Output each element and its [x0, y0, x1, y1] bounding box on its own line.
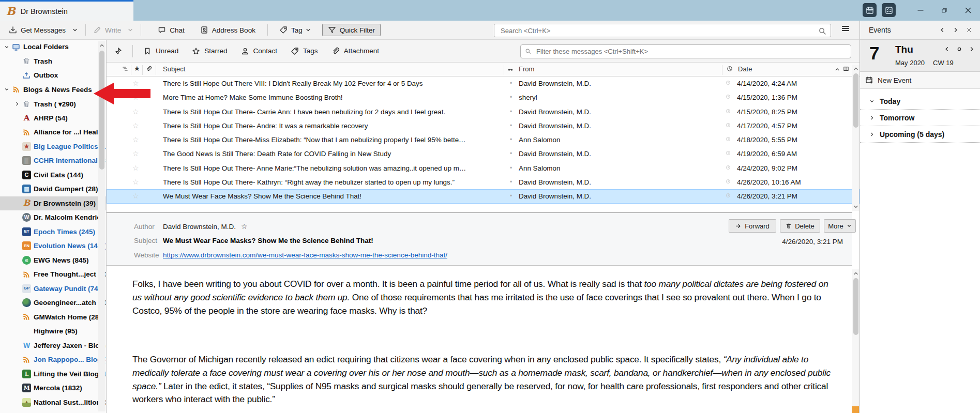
folder-item[interactable]: eEWG News (845) — [0, 253, 106, 268]
message-row[interactable]: ☆There is Still Hope Out There VIII: I D… — [107, 77, 860, 90]
folder-item[interactable]: Free Thought...ject (100 — [0, 267, 106, 282]
folder-item[interactable]: Blogs & News Feeds — [0, 83, 106, 97]
close-button[interactable] — [956, 0, 980, 21]
quick-filter-contact-button[interactable]: Contact — [241, 47, 278, 55]
star-toggle-icon[interactable]: ☆ — [132, 149, 139, 158]
collapse-toggle-icon[interactable] — [4, 87, 12, 92]
quick-filter-tags-button[interactable]: Tags — [291, 47, 318, 55]
new-event-button[interactable]: New Event — [860, 72, 980, 89]
message-row[interactable]: ☆There Is Still Hope Out There- Carrie A… — [107, 105, 860, 119]
message-row[interactable]: ☆We Must Wear Face Masks? Show Me the Sc… — [107, 189, 860, 203]
filter-messages-input[interactable] — [535, 46, 840, 57]
events-section-upcoming-5-days-[interactable]: Upcoming (5 days) — [860, 126, 980, 143]
scrollbar-thumb[interactable] — [853, 278, 858, 335]
address-book-button[interactable]: Address Book — [197, 24, 259, 36]
folder-item[interactable]: ETEpoch Times (245) — [0, 225, 106, 239]
scroll-down-icon[interactable] — [853, 204, 859, 210]
folder-item[interactable]: ▒CCHR International (38) — [0, 154, 106, 168]
tab-dr-brownstein[interactable]: B Dr Brownstein — [0, 0, 133, 21]
write-button[interactable]: Write — [89, 24, 125, 36]
message-list-scrollbar[interactable] — [852, 65, 859, 211]
tag-button[interactable]: Tag — [276, 24, 315, 36]
star-toggle-icon[interactable]: ☆ — [132, 178, 139, 186]
column-subject[interactable]: Subject — [163, 65, 185, 73]
folder-item[interactable]: ▲National Sust...lition (31 — [0, 395, 106, 410]
restore-button[interactable] — [932, 0, 956, 21]
today-button[interactable] — [956, 46, 962, 52]
folder-item[interactable]: MMercola (1832) — [0, 381, 106, 395]
calendar-tab-button[interactable] — [863, 3, 877, 17]
forward-button[interactable]: Forward — [729, 219, 776, 233]
star-toggle-icon[interactable]: ☆ — [132, 164, 139, 172]
write-dropdown[interactable] — [124, 25, 137, 35]
message-row[interactable]: ☆There Is Still Hope Out There-Miss Eliz… — [107, 133, 860, 147]
scrollbar-thumb[interactable] — [99, 51, 104, 170]
star-toggle-icon[interactable]: ☆ — [132, 121, 139, 130]
message-row[interactable]: ☆There Is Still Hope Out There- Anne Mar… — [107, 161, 860, 175]
star-column-icon[interactable]: ★ — [134, 65, 140, 72]
star-toggle-icon[interactable]: ☆ — [132, 192, 139, 200]
folder-item[interactable]: WJefferey Jaxen - Blog (15 — [0, 339, 106, 353]
message-row[interactable]: ☆There Is Still Hope Out There- Andre: I… — [107, 119, 860, 133]
app-menu-button[interactable] — [841, 24, 850, 33]
folder-item[interactable]: WDr. Malcolm Kendrick (36 — [0, 210, 106, 225]
scrollbar-thumb[interactable] — [853, 73, 858, 128]
message-body-scrollbar[interactable] — [852, 269, 859, 413]
events-section-tomorrow[interactable]: Tomorrow — [860, 110, 980, 126]
thread-column-icon[interactable] — [122, 66, 128, 72]
events-section-today[interactable]: Today — [860, 93, 980, 110]
collapse-toggle-icon[interactable] — [4, 44, 12, 50]
message-row[interactable]: ☆More Time at Home? Make Some Immune Boo… — [107, 90, 860, 104]
folder-item[interactable]: Outbox — [0, 68, 106, 83]
folder-item[interactable]: ▦David Gumpert (28) — [0, 182, 106, 196]
scroll-up-icon[interactable] — [853, 66, 859, 72]
folder-item[interactable]: Local Folders — [0, 40, 106, 54]
message-row[interactable]: ☆There Is Still Hope Out There- Kathryn:… — [107, 175, 860, 189]
folder-item[interactable]: ★Big League Politics (181) — [0, 140, 106, 154]
folder-item[interactable]: Trash ( ▾290) — [0, 97, 106, 111]
tasks-tab-button[interactable] — [882, 3, 896, 17]
folder-item[interactable]: Geoengineer...atch (102 — [0, 296, 106, 310]
star-toggle-icon[interactable]: ☆ — [132, 79, 139, 87]
chat-button[interactable]: Chat — [154, 24, 188, 36]
quick-filter-attachment-button[interactable]: Attachment — [331, 47, 379, 55]
folder-item[interactable]: Jon Rappopo... Blog (46 — [0, 353, 106, 367]
events-next-button[interactable] — [949, 27, 962, 33]
quick-filter-starred-button[interactable]: Starred — [192, 47, 227, 55]
more-button[interactable]: More — [824, 219, 856, 233]
events-close-button[interactable] — [962, 27, 976, 33]
folder-item[interactable]: CCivil Eats (144) — [0, 168, 106, 182]
folder-item[interactable]: GMWatch Home (281) — [0, 310, 106, 325]
website-link[interactable]: https://www.drbrownstein.com/we-must-wea… — [163, 251, 447, 259]
pin-filter-button[interactable] — [114, 47, 122, 55]
filter-messages-box[interactable] — [520, 44, 851, 58]
star-toggle-icon[interactable]: ☆ — [132, 93, 139, 101]
folder-item[interactable]: LLifting the Veil Blog (15) — [0, 367, 106, 381]
global-search-input[interactable] — [500, 25, 810, 36]
events-prev-button[interactable] — [936, 27, 949, 33]
folder-item[interactable]: ENEvolution News (1438) — [0, 239, 106, 253]
quick-filter-toggle-button[interactable]: Quick Filter — [322, 24, 381, 36]
column-from[interactable]: From — [519, 65, 534, 73]
star-toggle-icon[interactable]: ☆ — [132, 108, 139, 116]
scroll-up-icon[interactable] — [99, 42, 105, 49]
scroll-up-icon[interactable] — [853, 270, 859, 277]
global-search-box[interactable] — [494, 24, 831, 37]
star-message-icon[interactable]: ☆ — [241, 222, 248, 231]
attachment-column-icon[interactable] — [146, 66, 152, 72]
minimize-button[interactable] — [909, 0, 932, 21]
sort-ascending-icon[interactable] — [835, 67, 840, 72]
message-row[interactable]: ☆The Good News Is Still There: Death Rat… — [107, 147, 860, 161]
quick-filter-unread-button[interactable]: Unread — [143, 47, 178, 55]
column-picker-icon[interactable] — [843, 66, 849, 72]
folder-item[interactable]: Highwire (95) — [0, 324, 106, 339]
delete-button[interactable]: Delete — [780, 219, 820, 233]
folder-item[interactable]: BDr Brownstein (39) — [0, 196, 106, 211]
star-toggle-icon[interactable]: ☆ — [132, 135, 139, 144]
get-messages-dropdown[interactable] — [68, 25, 82, 35]
folder-item[interactable]: Trash — [0, 54, 106, 69]
folder-pane-scrollbar[interactable] — [98, 41, 105, 411]
folder-item[interactable]: AAHRP (54) — [0, 111, 106, 126]
folder-item[interactable]: Alliance for ...l Health (4 — [0, 125, 106, 140]
next-day-button[interactable] — [969, 46, 975, 52]
